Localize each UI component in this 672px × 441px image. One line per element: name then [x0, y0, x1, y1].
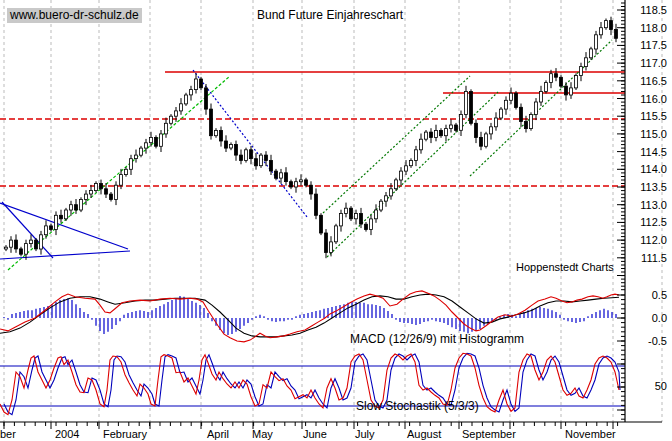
branding-label: Hoppenstedt Charts	[516, 261, 614, 273]
stoch-tick-label: 50	[655, 380, 667, 392]
month-label: May	[252, 428, 273, 440]
price-tick-label: 112.0	[640, 234, 667, 246]
macd-lines	[0, 291, 619, 342]
price-tick-label: 115.5	[640, 110, 667, 122]
month-label: ber	[0, 428, 16, 440]
macd-signal-line	[0, 294, 619, 337]
macd-axis-labels: 0.50.0-0.550	[648, 289, 667, 392]
trendlines	[0, 40, 612, 270]
watermark: www.buero-dr-schulz.de	[7, 8, 142, 23]
stoch-panel-label: Slow Stochastik (5/3/3)	[356, 399, 479, 413]
month-label: February	[103, 428, 148, 440]
month-label: August	[407, 428, 441, 440]
price-tick-label: 117.0	[640, 57, 667, 69]
chart-canvas: 118.5118.0117.5117.0116.5116.0115.5115.0…	[0, 0, 672, 441]
month-label: September	[462, 428, 516, 440]
price-tick-label: 113.5	[640, 181, 667, 193]
month-label: November	[565, 428, 616, 440]
price-tick-label: 116.0	[640, 93, 667, 105]
macd-tick-label: 0.5	[652, 289, 667, 301]
candlestick-series	[5, 17, 618, 260]
price-tick-label: 112.5	[640, 216, 667, 228]
price-axis-labels: 118.5118.0117.5117.0116.5116.0115.5115.0…	[640, 4, 667, 264]
price-tick-label: 118.0	[640, 22, 667, 34]
page-title: Bund Future Einjahreschart	[257, 8, 403, 22]
month-label: June	[303, 428, 327, 440]
macd-line	[0, 291, 619, 342]
macd-tick-label: -0.5	[648, 335, 667, 347]
macd-panel-label: MACD (12/26/9) mit Histogramm	[350, 332, 524, 346]
price-tick-label: 111.5	[641, 252, 667, 264]
axes	[0, 0, 662, 429]
stochastic-panel	[0, 353, 625, 414]
price-tick-label: 113.0	[640, 199, 667, 211]
month-label: 2004	[55, 428, 79, 440]
price-tick-label: 118.5	[640, 4, 667, 16]
price-tick-label: 115.0	[640, 128, 667, 140]
month-label: July	[355, 428, 375, 440]
month-label: April	[207, 428, 229, 440]
macd-tick-label: 0.0	[652, 312, 667, 324]
month-gridlines	[4, 0, 662, 422]
price-tick-label: 117.5	[640, 39, 667, 51]
month-labels: ber2004FebruaryAprilMayJuneJulyAugustSep…	[0, 428, 616, 440]
price-tick-label: 114.5	[640, 146, 667, 158]
price-tick-label: 116.5	[640, 75, 667, 87]
price-tick-label: 114.0	[640, 163, 667, 175]
chart-window: 118.5118.0117.5117.0116.5116.0115.5115.0…	[0, 0, 672, 441]
